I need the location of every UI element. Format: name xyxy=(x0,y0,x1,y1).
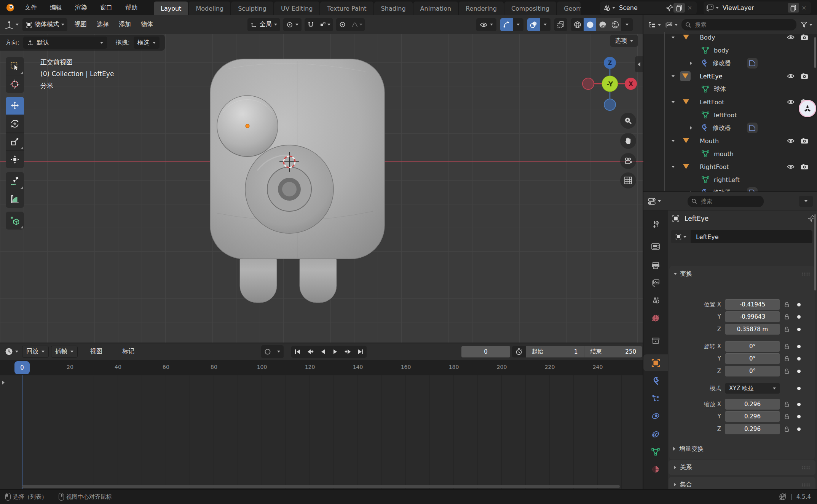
frame-end-field[interactable]: 结束 250 xyxy=(584,346,643,357)
bevel-modifier-button[interactable] xyxy=(747,58,758,69)
tab-physics[interactable] xyxy=(643,408,668,424)
tool-annotate[interactable] xyxy=(6,172,24,190)
animate-dot[interactable] xyxy=(797,315,801,319)
mesh-name[interactable]: leftFoot xyxy=(714,112,737,119)
outliner-scrollbar[interactable] xyxy=(814,37,816,68)
tab-collection[interactable] xyxy=(643,332,668,349)
animate-dot[interactable] xyxy=(797,415,801,418)
next-keyframe-button[interactable] xyxy=(341,346,354,358)
object-name[interactable]: LeftFoot xyxy=(700,99,724,106)
menu-select[interactable]: 选择 xyxy=(92,21,114,29)
tool-options-dropdown[interactable]: 选项 xyxy=(610,35,638,47)
current-frame-field[interactable]: 0 xyxy=(461,346,510,357)
outliner-row-body-mesh[interactable]: body xyxy=(643,44,817,57)
lock-icon[interactable] xyxy=(783,356,790,362)
playback-menu[interactable]: 回放 xyxy=(22,346,49,358)
chevron-down-icon[interactable] xyxy=(672,166,675,168)
tool-add-cube[interactable] xyxy=(6,212,24,230)
lock-icon[interactable] xyxy=(783,314,790,320)
jump-to-end-button[interactable] xyxy=(354,346,367,358)
orientation-dropdown[interactable]: 全局 xyxy=(247,18,280,31)
rotation-y-field[interactable]: 0° xyxy=(725,353,780,364)
tab-output[interactable] xyxy=(643,257,668,274)
viewlayer-browse-button[interactable] xyxy=(706,4,719,12)
hide-viewport-toggle[interactable] xyxy=(787,164,795,170)
hide-viewport-toggle[interactable] xyxy=(787,73,795,79)
autokey-dropdown[interactable] xyxy=(274,345,284,358)
tab-layout[interactable]: Layout xyxy=(154,2,188,15)
tool-measure[interactable] xyxy=(6,190,24,208)
frame-start-field[interactable]: 起始 1 xyxy=(526,346,584,357)
outliner-filter-collection-dropdown[interactable] xyxy=(665,21,678,29)
bevel-modifier-button[interactable] xyxy=(747,187,758,192)
panel-collections[interactable]: 集合 xyxy=(669,477,815,489)
timeline-ruler[interactable]: 20 40 60 80 100 120 140 160 180 200 220 … xyxy=(0,360,643,375)
viewlayer-name[interactable]: ViewLayer xyxy=(719,4,788,11)
outliner-row-leftfoot-modifiers[interactable]: 修改器 xyxy=(643,121,817,134)
lock-icon[interactable] xyxy=(783,368,790,375)
tool-rotate[interactable] xyxy=(6,115,24,132)
disable-render-toggle[interactable] xyxy=(800,34,809,41)
outliner-display-mode-dropdown[interactable] xyxy=(648,21,661,29)
animate-dot[interactable] xyxy=(797,427,801,431)
object-name[interactable]: Mouth xyxy=(700,137,719,145)
jump-to-start-button[interactable] xyxy=(291,346,304,358)
grid-ortho-button[interactable] xyxy=(620,172,636,188)
scene-browse-button[interactable] xyxy=(602,4,615,12)
tab-modifiers[interactable] xyxy=(643,373,668,389)
play-button[interactable] xyxy=(329,346,341,358)
outliner-row-leftfoot[interactable]: LeftFoot xyxy=(643,96,817,108)
animate-dot[interactable] xyxy=(797,345,801,348)
menu-edit[interactable]: 编辑 xyxy=(43,4,69,12)
breadcrumb-object-name[interactable]: LeftEye xyxy=(685,215,708,222)
menu-window[interactable]: 窗口 xyxy=(94,4,119,12)
zoom-button[interactable] xyxy=(620,113,636,129)
camera-view-button[interactable] xyxy=(620,153,636,169)
properties-options-dropdown[interactable] xyxy=(799,196,813,207)
outliner-row-body[interactable]: Body xyxy=(643,31,817,44)
scene-name[interactable]: Scene xyxy=(615,4,666,11)
outliner-search[interactable] xyxy=(681,19,796,30)
outliner-search-input[interactable] xyxy=(694,21,793,29)
animate-dot[interactable] xyxy=(797,357,801,360)
hide-viewport-toggle[interactable] xyxy=(787,138,795,144)
properties-scrollbar[interactable] xyxy=(814,214,816,290)
modifier-label[interactable]: 修改器 xyxy=(713,189,731,193)
outliner-filter-dropdown[interactable] xyxy=(800,21,812,29)
shading-dropdown[interactable] xyxy=(621,18,633,31)
drag-dropdown[interactable]: 框选 xyxy=(134,37,160,49)
tool-scale[interactable] xyxy=(6,132,24,150)
panel-grip[interactable] xyxy=(802,272,810,276)
editor-type-button[interactable] xyxy=(5,20,19,29)
playhead-line[interactable] xyxy=(22,375,22,490)
animate-dot[interactable] xyxy=(797,387,801,390)
outliner-row-rightleft-mesh[interactable]: rightLeft xyxy=(643,173,817,186)
animate-dot[interactable] xyxy=(797,328,801,331)
disable-render-toggle[interactable] xyxy=(800,163,809,170)
object-name[interactable]: Body xyxy=(700,34,715,41)
outliner-row-rightfoot-modifiers[interactable]: 修改器 xyxy=(643,186,817,192)
menu-help[interactable]: 帮助 xyxy=(119,4,144,12)
modifier-label[interactable]: 修改器 xyxy=(713,59,731,67)
bevel-modifier-button[interactable] xyxy=(747,123,758,133)
chevron-down-icon[interactable] xyxy=(672,37,675,38)
menu-render[interactable]: 渲染 xyxy=(69,4,94,12)
viewlayer-remove-button[interactable]: ✕ xyxy=(799,5,809,11)
hide-viewport-toggle[interactable] xyxy=(787,34,795,40)
tool-move[interactable] xyxy=(6,97,24,115)
outliner-row-mouth[interactable]: Mouth xyxy=(643,134,817,147)
overlays-dropdown[interactable] xyxy=(540,18,551,31)
tab-geometry-nodes[interactable]: Geom xyxy=(557,2,581,15)
tab-material[interactable] xyxy=(643,461,668,478)
proportional-falloff-dropdown[interactable] xyxy=(349,18,365,31)
outliner-row-sphere-mesh[interactable]: 球体 xyxy=(643,83,817,96)
pin-icon[interactable] xyxy=(666,4,673,12)
tool-transform[interactable] xyxy=(6,150,24,168)
properties-search-input[interactable] xyxy=(700,198,760,205)
tab-tool[interactable] xyxy=(643,216,668,233)
animate-dot[interactable] xyxy=(797,370,801,373)
xray-toggle[interactable] xyxy=(554,18,567,31)
outliner-row-mouth-mesh[interactable]: mouth xyxy=(643,147,817,160)
tab-compositing[interactable]: Compositing xyxy=(504,2,556,15)
lock-icon[interactable] xyxy=(783,413,790,420)
